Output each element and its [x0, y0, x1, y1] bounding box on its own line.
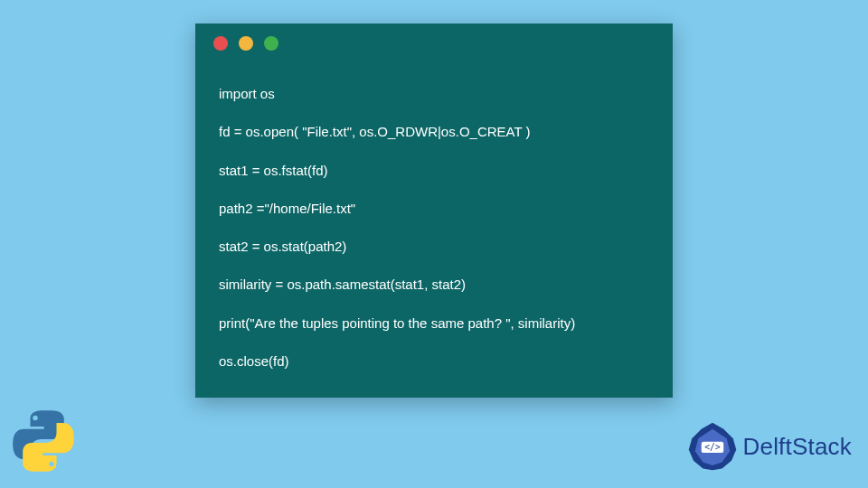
code-line: path2 ="/home/File.txt" [219, 200, 649, 218]
code-line: print("Are the tuples pointing to the sa… [219, 314, 649, 333]
code-body: import os fd = os.open( "File.txt", os.O… [195, 56, 673, 408]
code-line: os.close(fd) [219, 352, 649, 371]
code-line: import os [219, 85, 649, 103]
python-logo-icon [9, 407, 78, 475]
close-icon [213, 36, 228, 51]
code-window: import os fd = os.open( "File.txt", os.O… [195, 23, 673, 398]
svg-text:</>: </> [704, 442, 721, 452]
code-line: stat1 = os.fstat(fd) [219, 162, 649, 180]
maximize-icon [264, 36, 278, 51]
brand-name: DelftStack [743, 433, 853, 461]
minimize-icon [239, 36, 253, 51]
brand: </> DelftStack [687, 421, 853, 472]
window-titlebar [195, 23, 673, 56]
code-line: stat2 = os.stat(path2) [219, 238, 649, 256]
brand-logo-icon: </> [687, 421, 738, 472]
code-line: similarity = os.path.samestat(stat1, sta… [219, 276, 649, 294]
code-line: fd = os.open( "File.txt", os.O_RDWR|os.O… [219, 123, 649, 141]
